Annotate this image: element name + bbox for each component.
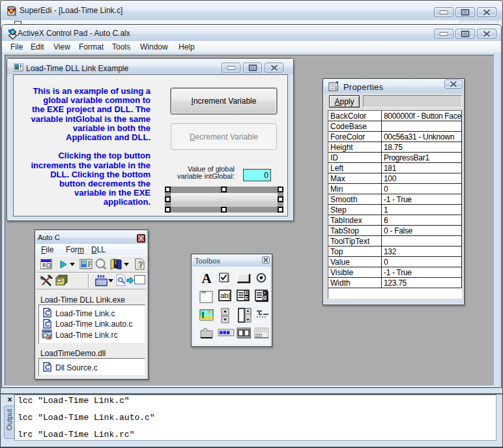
svg-text:C: C <box>45 321 50 328</box>
svg-text:ab|: ab| <box>220 291 230 299</box>
svg-text:?: ? <box>139 260 143 270</box>
svg-text:C: C <box>45 310 50 317</box>
svg-text:xv: xv <box>201 290 207 294</box>
svg-text:C: C <box>45 364 50 371</box>
